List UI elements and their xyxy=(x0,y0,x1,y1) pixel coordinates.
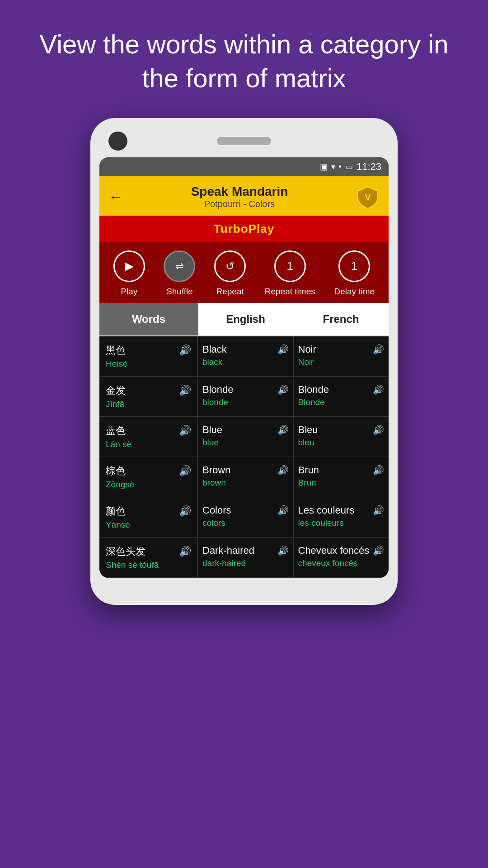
controls-bar: ▶ Play ⇌ Shuffle ↺ Repeat 1 Re xyxy=(99,242,389,303)
delay-time-label: Delay time xyxy=(334,287,375,297)
speaker xyxy=(217,137,271,145)
sound-icon-3[interactable]: 🔊 xyxy=(179,465,191,477)
word-chinese-3: 棕色 🔊 xyxy=(106,464,191,478)
cell-words-2: 蓝色 🔊 Lán sè xyxy=(99,417,198,457)
play-circle: ▶ xyxy=(113,250,145,282)
delay-time-circle: 1 xyxy=(338,250,370,282)
sound-en-icon-4[interactable]: 🔊 xyxy=(277,505,289,516)
word-pinyin-4: Yánsè xyxy=(106,520,191,530)
shuffle-label: Shuffle xyxy=(166,287,193,297)
col-english-header: English xyxy=(198,303,293,335)
sound-fr-icon-4[interactable]: 🔊 xyxy=(373,505,384,516)
col-french-header: French xyxy=(293,303,389,335)
delay-time-value: 1 xyxy=(351,259,357,273)
sound-fr-icon-3[interactable]: 🔊 xyxy=(373,465,384,476)
cell-french-2: Bleu 🔊 bleu xyxy=(294,417,389,457)
table-header: Words English French xyxy=(99,303,389,336)
word-chinese-2: 蓝色 🔊 xyxy=(106,424,191,438)
cell-english-1: Blonde 🔊 blonde xyxy=(198,377,294,416)
shuffle-control[interactable]: ⇌ Shuffle xyxy=(164,250,195,297)
sound-fr-icon-2[interactable]: 🔊 xyxy=(373,425,384,435)
wifi-icon: ▾ xyxy=(331,162,335,172)
cell-english-5: Dark-haired 🔊 dark-haired xyxy=(198,538,294,577)
cell-french-0: Noir 🔊 Noir xyxy=(294,336,389,376)
cell-english-2: Blue 🔊 blue xyxy=(198,417,294,457)
play-control[interactable]: ▶ Play xyxy=(113,250,145,297)
word-chinese-1: 金发 🔊 xyxy=(106,384,191,397)
cell-words-1: 金发 🔊 Jīnfă xyxy=(99,377,198,416)
signal-icon: ▪ xyxy=(339,162,342,171)
sound-en-icon-1[interactable]: 🔊 xyxy=(277,384,289,395)
back-button[interactable]: ← xyxy=(108,189,123,205)
cell-words-4: 颜色 🔊 Yánsè xyxy=(99,497,198,537)
headline: View the words within a category in the … xyxy=(0,0,488,118)
phone-bottom xyxy=(99,578,389,591)
table-row: 深色头发 🔊 Shēn sè tóufă Dark-haired 🔊 dark-… xyxy=(99,538,389,578)
phone-top xyxy=(99,132,389,157)
word-pinyin-0: Hēisè xyxy=(106,359,191,369)
phone-screen: ▣ ▾ ▪ ▭ 11:23 ← Speak Mandarin Potpourri… xyxy=(99,157,389,578)
sound-fr-icon-5[interactable]: 🔊 xyxy=(373,545,384,556)
sound-fr-icon-0[interactable]: 🔊 xyxy=(373,344,384,355)
cell-french-1: Blonde 🔊 Blonde xyxy=(294,377,389,416)
table-row: 金发 🔊 Jīnfă Blonde 🔊 blonde xyxy=(99,377,389,417)
table-row: 颜色 🔊 Yánsè Colors 🔊 colors xyxy=(99,497,389,538)
repeat-circle: ↺ xyxy=(214,250,246,282)
word-chinese-0: 黑色 🔊 xyxy=(106,344,191,357)
vibrate-icon: ▣ xyxy=(320,162,328,172)
sound-en-icon-0[interactable]: 🔊 xyxy=(277,344,289,355)
status-icons: ▣ ▾ ▪ ▭ 11:23 xyxy=(320,161,381,173)
shuffle-icon: ⇌ xyxy=(175,260,183,272)
repeat-times-value: 1 xyxy=(287,259,293,273)
table-row: 黑色 🔊 Hēisè Black 🔊 black xyxy=(99,336,389,377)
repeat-times-circle: 1 xyxy=(274,250,306,282)
cell-words-0: 黑色 🔊 Hēisè xyxy=(99,336,198,376)
sound-icon-0[interactable]: 🔊 xyxy=(179,344,191,356)
shuffle-circle: ⇌ xyxy=(164,250,195,282)
cell-words-5: 深色头发 🔊 Shēn sè tóufă xyxy=(99,538,198,577)
col-words-header: Words xyxy=(99,303,198,335)
app-bar: ← Speak Mandarin Potpourri - Colors V xyxy=(99,176,389,216)
status-time: 11:23 xyxy=(357,161,381,173)
status-bar: ▣ ▾ ▪ ▭ 11:23 xyxy=(99,157,389,176)
cell-words-3: 棕色 🔊 Zōngsè xyxy=(99,457,198,497)
app-logo-icon: V xyxy=(356,185,380,208)
word-french-sub-0: Noir xyxy=(298,357,385,367)
battery-icon: ▭ xyxy=(345,162,353,172)
word-pinyin-5: Shēn sè tóufă xyxy=(106,560,191,570)
camera xyxy=(108,132,127,151)
app-title: Speak Mandarin xyxy=(123,184,356,199)
cell-english-3: Brown 🔊 brown xyxy=(198,457,294,497)
cell-french-5: Cheveux foncés 🔊 cheveux foncés xyxy=(294,538,389,577)
word-pinyin-3: Zōngsè xyxy=(106,480,191,490)
cell-english-4: Colors 🔊 colors xyxy=(198,497,294,537)
word-english-main-0: Black 🔊 xyxy=(202,344,289,355)
repeat-control[interactable]: ↺ Repeat xyxy=(214,250,246,297)
app-bar-title-group: Speak Mandarin Potpourri - Colors xyxy=(123,184,356,209)
svg-text:V: V xyxy=(365,192,371,202)
word-pinyin-1: Jīnfă xyxy=(106,399,191,409)
sound-icon-5[interactable]: 🔊 xyxy=(179,546,191,557)
sound-icon-4[interactable]: 🔊 xyxy=(179,505,191,517)
word-french-main-0: Noir 🔊 xyxy=(298,344,385,355)
delay-time-control[interactable]: 1 Delay time xyxy=(334,250,375,297)
word-english-sub-0: black xyxy=(202,357,289,367)
app-subtitle: Potpourri - Colors xyxy=(123,199,356,209)
sound-icon-1[interactable]: 🔊 xyxy=(179,385,191,396)
sound-fr-icon-1[interactable]: 🔊 xyxy=(373,384,384,395)
phone-device: ▣ ▾ ▪ ▭ 11:23 ← Speak Mandarin Potpourri… xyxy=(90,118,398,605)
sound-en-icon-5[interactable]: 🔊 xyxy=(277,545,289,556)
play-label: Play xyxy=(121,287,137,297)
sound-en-icon-3[interactable]: 🔊 xyxy=(277,465,289,476)
word-chinese-4: 颜色 🔊 xyxy=(106,505,191,518)
table-row: 棕色 🔊 Zōngsè Brown 🔊 brown xyxy=(99,457,389,497)
repeat-label: Repeat xyxy=(216,287,244,297)
sound-en-icon-2[interactable]: 🔊 xyxy=(277,425,289,435)
repeat-icon: ↺ xyxy=(225,260,235,273)
repeat-times-label: Repeat times xyxy=(265,287,315,297)
table-body: 黑色 🔊 Hēisè Black 🔊 black xyxy=(99,336,389,578)
sound-icon-2[interactable]: 🔊 xyxy=(179,425,191,437)
word-chinese-5: 深色头发 🔊 xyxy=(106,545,191,558)
word-pinyin-2: Lán sè xyxy=(106,439,191,449)
repeat-times-control[interactable]: 1 Repeat times xyxy=(265,250,315,297)
